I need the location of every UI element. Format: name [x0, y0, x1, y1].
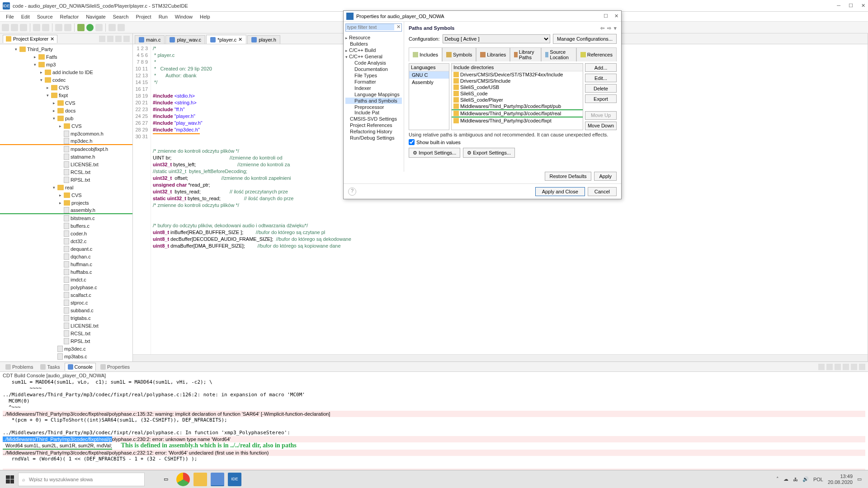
tab-libraries[interactable]: Libraries — [476, 47, 510, 61]
tree-file[interactable]: LICENSE.txt — [0, 160, 132, 168]
tree-folder[interactable]: ▸testwrap — [0, 360, 132, 361]
network-icon[interactable]: 🖧 — [793, 477, 798, 482]
import-settings-button[interactable]: ⚙ Import Settings... — [409, 148, 460, 158]
include-dir-item[interactable]: SileliS_code/USB — [452, 84, 583, 90]
tree-file[interactable]: scalfact.c — [0, 291, 132, 299]
include-dir-item[interactable]: Drivers/CMSIS/Include — [452, 78, 583, 84]
menu-edit[interactable]: Edit — [18, 13, 33, 20]
tree-file[interactable]: dct32.c — [0, 237, 132, 245]
tab-source-location[interactable]: Source Location — [541, 47, 576, 61]
tree-file[interactable]: RPSL.txt — [0, 337, 132, 345]
tree-file[interactable]: RCSL.txt — [0, 168, 132, 176]
tree-folder[interactable]: ▸CVS — [0, 122, 132, 130]
link-icon[interactable] — [107, 36, 113, 42]
project-tree[interactable]: ▾Third_Party ▸Fatfs▾mp3▸add include to I… — [0, 44, 132, 361]
console-pin-icon[interactable] — [826, 364, 833, 370]
tree-file[interactable]: mp3tabs.c — [0, 352, 132, 360]
tree-folder[interactable]: ▸CVS — [0, 84, 132, 91]
tree-folder[interactable]: ▾codec — [0, 76, 132, 84]
dropdown-icon[interactable]: ▾ — [614, 25, 617, 31]
close-button[interactable]: ✕ — [861, 3, 865, 9]
lang-assembly[interactable]: Assembly — [409, 79, 449, 86]
tree-file[interactable]: mp3common.h — [0, 130, 132, 137]
tab-includes[interactable]: Includes — [409, 47, 442, 61]
run-icon[interactable] — [86, 24, 94, 31]
filter-field[interactable]: ✕ — [345, 23, 402, 32]
editor-tab[interactable]: *player.c ✕ — [206, 35, 246, 44]
tree-file[interactable]: mpadecobjfixpt.h — [0, 145, 132, 153]
tree-file[interactable]: huffman.c — [0, 260, 132, 268]
debug-icon[interactable] — [77, 24, 85, 31]
include-dir-item[interactable]: Drivers/CMSIS/Device/ST/STM32F4xx/Includ… — [452, 71, 583, 78]
help-icon[interactable]: ? — [348, 188, 356, 196]
taskbar-search[interactable]: ⌕ Wpisz tu wyszukiwane słowa — [18, 473, 145, 486]
tree-folder[interactable]: ▸projects — [0, 199, 132, 206]
filter-input[interactable] — [346, 24, 394, 30]
redo-icon[interactable] — [64, 24, 71, 31]
nav-file-types[interactable]: File Types — [345, 72, 402, 79]
tab-references[interactable]: References — [576, 47, 617, 61]
menu-refactor[interactable]: Refactor — [57, 13, 82, 20]
tree-file[interactable]: dequant.c — [0, 245, 132, 253]
nav-run-debug[interactable]: Run/Debug Settings — [345, 135, 402, 141]
menu-help[interactable]: Help — [197, 13, 213, 20]
project-explorer-tab[interactable]: Project Explorer ✕ — [3, 35, 57, 43]
build-icon[interactable] — [33, 24, 40, 31]
console-lock-icon[interactable] — [843, 364, 849, 370]
step-icon[interactable] — [108, 24, 116, 31]
tree-folder[interactable]: ▸CVS — [0, 191, 132, 199]
tree-file[interactable]: imdct.c — [0, 276, 132, 283]
tree-folder[interactable]: ▾Third_Party — [0, 45, 132, 53]
tree-folder[interactable]: ▾fixpt — [0, 91, 132, 99]
editor-tab[interactable]: play_wav.c — [165, 35, 205, 44]
save-all-icon[interactable] — [20, 24, 27, 31]
nav-refactoring[interactable]: Refactoring History — [345, 128, 402, 135]
clear-icon[interactable]: ✕ — [395, 24, 401, 30]
add-button[interactable]: Add... — [585, 63, 617, 72]
profile-icon[interactable] — [95, 24, 103, 31]
menu-file[interactable]: File — [3, 13, 17, 20]
tree-file[interactable]: stproc.c — [0, 299, 132, 306]
tree-folder[interactable]: ▾real — [0, 183, 132, 191]
apply-button[interactable]: Apply — [594, 172, 617, 181]
tree-folder[interactable]: ▸add include to IDE — [0, 68, 132, 76]
resume-icon[interactable] — [118, 24, 125, 31]
tray-clock[interactable]: 13:49 20.08.2020 — [828, 474, 853, 485]
lang-gnuc[interactable]: GNU C — [409, 71, 449, 79]
cancel-button[interactable]: Cancel — [588, 187, 617, 196]
nav-project-refs[interactable]: Project References — [345, 122, 402, 128]
include-dir-item[interactable]: Middlewares/Third_Party/mp3/codec/fixpt/… — [452, 103, 583, 110]
task-view-icon[interactable]: ▭ — [159, 473, 173, 486]
nav-indexer[interactable]: Indexer — [345, 85, 402, 91]
tree-file[interactable]: statname.h — [0, 153, 132, 160]
filter-icon[interactable] — [115, 36, 122, 42]
tab-problems[interactable]: Problems — [3, 363, 36, 371]
nav-resource[interactable]: ▸Resource — [345, 34, 402, 41]
show-builtin-checkbox[interactable] — [409, 139, 415, 145]
menu-icon[interactable] — [123, 36, 130, 42]
nav-formatter[interactable]: Formatter — [345, 79, 402, 85]
include-dir-item[interactable]: Middlewares/Third_Party/mp3/codec/fixpt — [452, 117, 583, 124]
tree-folder[interactable]: ▾mp3 — [0, 61, 132, 68]
tree-file[interactable]: buffers.c — [0, 222, 132, 230]
moveup-button[interactable]: Move Up — [585, 111, 617, 120]
tree-file[interactable]: hufftabs.c — [0, 268, 132, 276]
minimize-button[interactable]: ─ — [837, 3, 840, 9]
tree-file[interactable]: polyphase.c — [0, 283, 132, 291]
close-tab-icon[interactable]: ✕ — [238, 37, 242, 42]
editor-tab[interactable]: main.c — [135, 35, 165, 44]
nav-builders[interactable]: Builders — [345, 41, 402, 47]
tree-file[interactable]: mp3dec.h — [0, 137, 132, 145]
tree-folder[interactable]: ▸docs — [0, 107, 132, 114]
new-icon[interactable] — [2, 24, 9, 31]
dialog-close-button[interactable]: ✕ — [614, 13, 618, 19]
export-settings-button[interactable]: ⚙ Export Settings... — [463, 148, 515, 158]
nav-ccpp-build[interactable]: ▸C/C++ Build — [345, 47, 402, 53]
movedown-button[interactable]: Move Down — [585, 122, 617, 130]
dialog-maximize-button[interactable]: ☐ — [604, 13, 608, 19]
menu-window[interactable]: Window — [172, 13, 196, 20]
config-select[interactable]: Debug [ Active ] — [443, 34, 551, 43]
volume-icon[interactable]: 🔊 — [802, 476, 809, 482]
app-icon-1[interactable] — [211, 473, 224, 486]
tree-file[interactable]: LICENSE.txt — [0, 322, 132, 329]
